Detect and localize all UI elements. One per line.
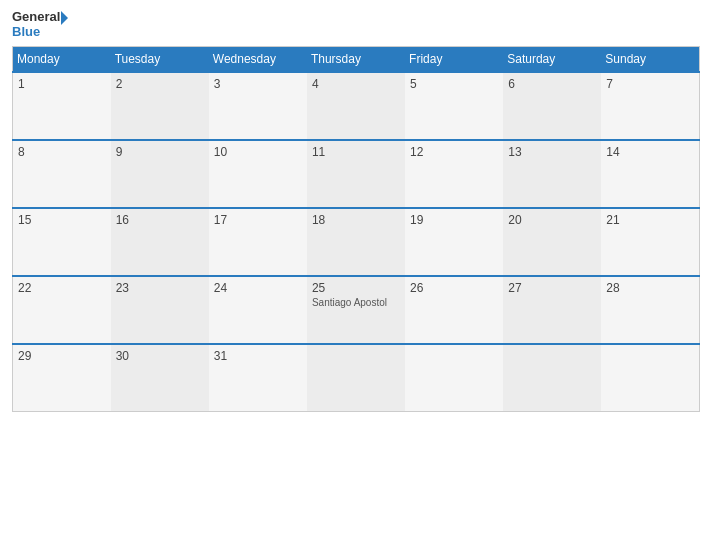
calendar-cell: 14: [601, 140, 699, 208]
day-number: 31: [214, 349, 302, 363]
day-number: 13: [508, 145, 596, 159]
day-number: 26: [410, 281, 498, 295]
day-number: 22: [18, 281, 106, 295]
day-number: 17: [214, 213, 302, 227]
weekday-header-wednesday: Wednesday: [209, 46, 307, 72]
weekday-header-saturday: Saturday: [503, 46, 601, 72]
day-number: 27: [508, 281, 596, 295]
weekday-header-sunday: Sunday: [601, 46, 699, 72]
calendar-week-row: 1234567: [13, 72, 700, 140]
logo: General Blue: [12, 10, 69, 38]
calendar-week-row: 15161718192021: [13, 208, 700, 276]
header: General Blue: [12, 10, 700, 38]
day-number: 3: [214, 77, 302, 91]
day-number: 5: [410, 77, 498, 91]
page: General Blue MondayTuesdayWednesdayThurs…: [0, 0, 712, 550]
calendar-cell: 6: [503, 72, 601, 140]
calendar-cell: 7: [601, 72, 699, 140]
calendar-cell: 1: [13, 72, 111, 140]
calendar-cell: 15: [13, 208, 111, 276]
day-number: 4: [312, 77, 400, 91]
day-number: 8: [18, 145, 106, 159]
weekday-header-friday: Friday: [405, 46, 503, 72]
calendar-cell: 8: [13, 140, 111, 208]
calendar-cell: 30: [111, 344, 209, 412]
calendar-cell: 31: [209, 344, 307, 412]
calendar-cell: 26: [405, 276, 503, 344]
calendar-cell: 5: [405, 72, 503, 140]
calendar-cell: 20: [503, 208, 601, 276]
calendar-cell: 12: [405, 140, 503, 208]
day-number: 6: [508, 77, 596, 91]
day-number: 7: [606, 77, 694, 91]
calendar-cell: [307, 344, 405, 412]
logo-general-text: General: [12, 10, 69, 25]
day-number: 11: [312, 145, 400, 159]
day-number: 30: [116, 349, 204, 363]
calendar-header-row: MondayTuesdayWednesdayThursdayFridaySatu…: [13, 46, 700, 72]
day-number: 25: [312, 281, 400, 295]
weekday-header-monday: Monday: [13, 46, 111, 72]
calendar-cell: 18: [307, 208, 405, 276]
calendar-cell: [405, 344, 503, 412]
calendar-cell: 2: [111, 72, 209, 140]
calendar-cell: 17: [209, 208, 307, 276]
calendar-cell: [503, 344, 601, 412]
calendar-cell: 29: [13, 344, 111, 412]
weekday-header-thursday: Thursday: [307, 46, 405, 72]
calendar-cell: 21: [601, 208, 699, 276]
calendar-cell: [601, 344, 699, 412]
logo-blue-text: Blue: [12, 25, 69, 38]
calendar-week-row: 22232425Santiago Apostol262728: [13, 276, 700, 344]
calendar-cell: 9: [111, 140, 209, 208]
calendar-cell: 23: [111, 276, 209, 344]
calendar-cell: 19: [405, 208, 503, 276]
day-number: 28: [606, 281, 694, 295]
calendar-cell: 27: [503, 276, 601, 344]
calendar-table: MondayTuesdayWednesdayThursdayFridaySatu…: [12, 46, 700, 413]
weekday-header-tuesday: Tuesday: [111, 46, 209, 72]
calendar-week-row: 891011121314: [13, 140, 700, 208]
day-number: 10: [214, 145, 302, 159]
day-number: 16: [116, 213, 204, 227]
day-number: 1: [18, 77, 106, 91]
day-number: 19: [410, 213, 498, 227]
day-number: 29: [18, 349, 106, 363]
day-number: 20: [508, 213, 596, 227]
day-number: 12: [410, 145, 498, 159]
day-number: 24: [214, 281, 302, 295]
calendar-cell: 25Santiago Apostol: [307, 276, 405, 344]
calendar-cell: 13: [503, 140, 601, 208]
day-number: 21: [606, 213, 694, 227]
calendar-cell: 22: [13, 276, 111, 344]
calendar-cell: 3: [209, 72, 307, 140]
calendar-cell: 10: [209, 140, 307, 208]
logo-triangle-icon: [61, 11, 68, 25]
calendar-cell: 24: [209, 276, 307, 344]
day-number: 2: [116, 77, 204, 91]
day-number: 18: [312, 213, 400, 227]
holiday-label: Santiago Apostol: [312, 297, 400, 308]
day-number: 9: [116, 145, 204, 159]
calendar-week-row: 293031: [13, 344, 700, 412]
calendar-cell: 28: [601, 276, 699, 344]
calendar-cell: 16: [111, 208, 209, 276]
day-number: 14: [606, 145, 694, 159]
day-number: 15: [18, 213, 106, 227]
calendar-cell: 4: [307, 72, 405, 140]
calendar-cell: 11: [307, 140, 405, 208]
day-number: 23: [116, 281, 204, 295]
